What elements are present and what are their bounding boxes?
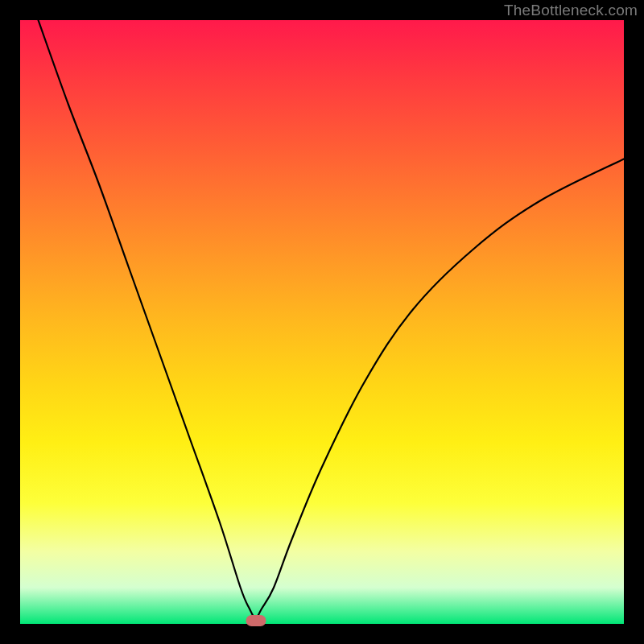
chart-frame: TheBottleneck.com xyxy=(0,0,644,644)
curve-svg xyxy=(20,20,624,624)
bottleneck-curve xyxy=(39,20,625,618)
optimal-marker xyxy=(246,615,266,626)
watermark-text: TheBottleneck.com xyxy=(504,2,638,19)
plot-area xyxy=(20,20,624,624)
